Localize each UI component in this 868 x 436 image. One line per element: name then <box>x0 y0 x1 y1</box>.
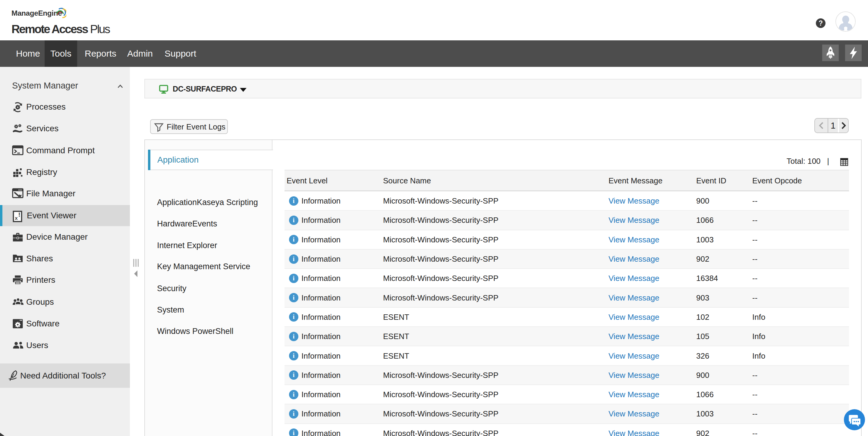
svg-text:!: ! <box>18 211 20 218</box>
svg-text:x: x <box>15 215 18 221</box>
